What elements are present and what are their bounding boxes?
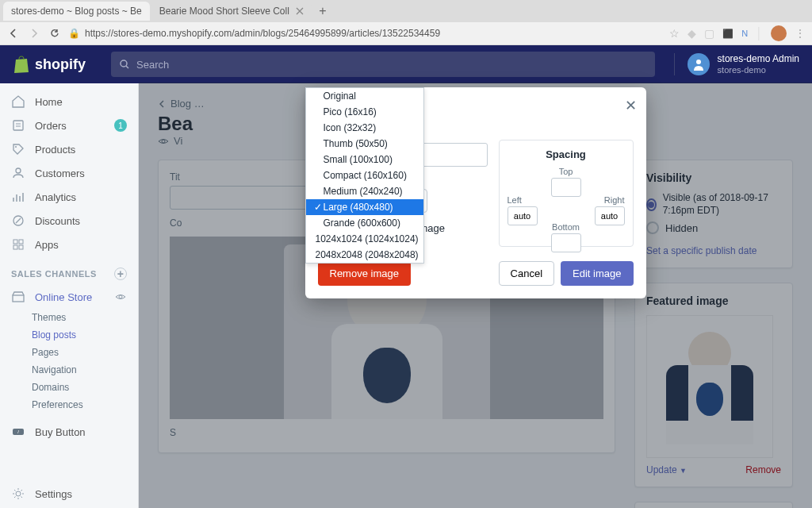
sidebar-sub-preferences[interactable]: Preferences [0, 396, 138, 414]
address-bar[interactable]: 🔒 https://stores-demo.myshopify.com/admi… [68, 28, 663, 39]
orders-icon [11, 118, 25, 133]
size-option[interactable]: Medium (240x240) [306, 183, 423, 199]
star-icon[interactable]: ☆ [669, 27, 680, 40]
user-avatar-icon [688, 53, 710, 75]
store-icon [11, 290, 25, 304]
reload-button[interactable] [48, 26, 62, 40]
size-option[interactable]: Thumb (50x50) [306, 136, 423, 152]
modal-close-button[interactable]: ✕ [625, 97, 637, 114]
nav-bar: 🔒 https://stores-demo.myshopify.com/admi… [0, 22, 812, 44]
sidebar-sub-themes[interactable]: Themes [0, 309, 138, 326]
spacing-bottom-input[interactable] [551, 233, 581, 252]
sidebar-item-settings[interactable]: Settings [0, 479, 138, 508]
svg-point-4 [16, 168, 21, 173]
svg-rect-8 [13, 245, 17, 249]
add-channel-icon[interactable]: + [114, 267, 127, 280]
sidebar-sub-pages[interactable]: Pages [0, 344, 138, 361]
spacing-top-input[interactable] [551, 178, 581, 197]
browser-actions: ☆ ◆ ▢ ⬛ N │ ⋮ [669, 25, 806, 41]
svg-rect-10 [13, 295, 24, 302]
buy-button-icon: / [11, 425, 25, 439]
remove-image-button[interactable]: Remove image [318, 261, 411, 286]
svg-point-1 [696, 60, 701, 64]
sidebar-sub-navigation[interactable]: Navigation [0, 361, 138, 379]
url-text: https://stores-demo.myshopify.com/admin/… [85, 28, 440, 39]
user-menu[interactable]: stores-demo Admin stores-demo [674, 53, 799, 75]
global-search[interactable]: Search [111, 52, 655, 77]
size-option[interactable]: ✓Large (480x480) [306, 199, 423, 215]
svg-point-11 [119, 295, 122, 298]
sidebar-item-orders[interactable]: Orders 1 [0, 114, 138, 137]
spacing-left-input[interactable] [508, 206, 538, 225]
extension-icon[interactable]: N [741, 29, 748, 38]
svg-point-3 [15, 146, 17, 148]
lock-icon: 🔒 [68, 28, 80, 39]
extension-icon[interactable]: ◆ [688, 27, 696, 40]
size-option[interactable]: Small (100x100) [306, 152, 423, 167]
close-icon[interactable] [296, 7, 304, 15]
profile-avatar[interactable] [771, 25, 787, 41]
sidebar-item-discounts[interactable]: Discounts [0, 209, 138, 233]
browser-chrome: stores-demo ~ Blog posts ~ Be Bearie Moo… [0, 0, 812, 45]
search-placeholder: Search [136, 59, 169, 71]
size-option[interactable]: Grande (600x600) [306, 215, 423, 231]
browser-tab-active[interactable]: stores-demo ~ Blog posts ~ Be [3, 2, 150, 21]
sidebar-item-customers[interactable]: Customers [0, 161, 138, 185]
spacing-right-input[interactable] [595, 206, 625, 225]
app-header: shopify Search stores-demo Admin stores-… [0, 45, 812, 83]
browser-tab[interactable]: Bearie Mood Short Sleeve Coll [151, 2, 312, 21]
view-icon[interactable] [114, 291, 127, 303]
size-option[interactable]: Compact (160x160) [306, 167, 423, 183]
size-option[interactable]: 1024x1024 (1024x1024) [306, 231, 423, 247]
menu-icon[interactable]: ⋮ [795, 27, 806, 40]
size-option[interactable]: Icon (32x32) [306, 120, 423, 136]
svg-point-14 [16, 491, 21, 496]
svg-rect-9 [19, 245, 23, 249]
apps-icon [11, 237, 25, 252]
edit-image-button[interactable]: Edit image [561, 261, 633, 286]
gear-icon [11, 487, 25, 501]
svg-rect-2 [13, 121, 23, 130]
analytics-icon [11, 190, 25, 204]
shopify-logo[interactable]: shopify [13, 55, 86, 74]
customers-icon [11, 166, 25, 180]
back-button[interactable] [6, 26, 21, 40]
svg-rect-7 [19, 240, 23, 244]
content-area: Blog … Bea Vi Tit Co [139, 83, 812, 508]
user-label: stores-demo Admin stores-demo [718, 53, 799, 75]
tab-title: Bearie Mood Short Sleeve Coll [159, 6, 289, 17]
forward-button[interactable] [27, 26, 41, 40]
sidebar-item-online-store[interactable]: Online Store [0, 285, 138, 309]
svg-point-0 [121, 60, 127, 67]
size-option[interactable]: Original [306, 88, 423, 104]
sidebar-item-analytics[interactable]: Analytics [0, 185, 138, 209]
tab-bar: stores-demo ~ Blog posts ~ Be Bearie Moo… [0, 0, 812, 22]
sidebar: Home Orders 1 Products Customers Analyti… [0, 83, 139, 508]
image-size-dropdown[interactable]: OriginalPico (16x16)Icon (32x32)Thumb (5… [305, 87, 424, 264]
new-tab-button[interactable]: + [313, 4, 332, 18]
products-icon [11, 142, 25, 156]
sidebar-sub-domains[interactable]: Domains [0, 379, 138, 396]
sidebar-item-products[interactable]: Products [0, 137, 138, 161]
sidebar-item-apps[interactable]: Apps [0, 233, 138, 256]
spacing-panel: Spacing Top Left Right Bottom [499, 140, 634, 247]
app-body: Home Orders 1 Products Customers Analyti… [0, 83, 812, 508]
sidebar-item-buy-button[interactable]: / Buy Button [0, 420, 138, 444]
orders-badge: 1 [114, 119, 127, 132]
sidebar-item-home[interactable]: Home [0, 90, 138, 114]
size-option[interactable]: 2048x2048 (2048x2048) [306, 247, 423, 263]
home-icon [11, 94, 25, 109]
cancel-button[interactable]: Cancel [499, 261, 554, 286]
svg-rect-6 [13, 240, 17, 244]
brand-text: shopify [35, 56, 86, 73]
extension-icon[interactable]: ⬛ [722, 29, 733, 39]
discounts-icon [11, 214, 25, 228]
extension-icon[interactable]: ▢ [704, 27, 714, 40]
shopify-bag-icon [13, 55, 30, 74]
tab-title: stores-demo ~ Blog posts ~ Be [11, 6, 142, 17]
modal-overlay: ✕ OriginalPico (16x16)Icon (32x32)Thumb … [139, 83, 812, 508]
search-icon [119, 59, 130, 70]
size-option[interactable]: Pico (16x16) [306, 104, 423, 120]
sidebar-sub-blog[interactable]: Blog posts [0, 326, 138, 344]
edit-image-modal: ✕ OriginalPico (16x16)Icon (32x32)Thumb … [305, 87, 646, 298]
